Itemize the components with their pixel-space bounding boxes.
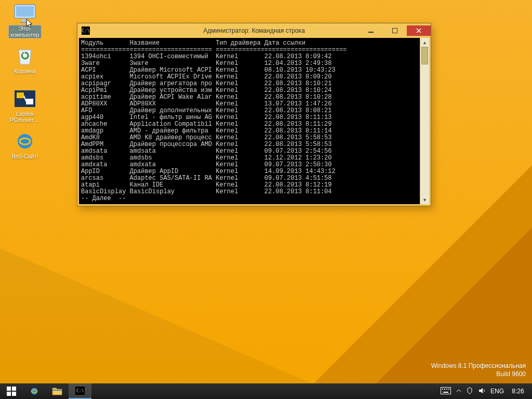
svg-rect-5 (17, 92, 24, 98)
scrollbar[interactable]: ▲ ▼ (420, 38, 429, 204)
svg-rect-10 (7, 387, 11, 391)
taskbar-cmd[interactable]: C:\ (69, 383, 91, 399)
desktop-icon-website[interactable]: Веб-Сайт! (5, 131, 45, 159)
svg-rect-9 (393, 29, 397, 33)
desktop-icon-laplink[interactable]: LaplinkPCmover ... (5, 88, 45, 123)
volume-icon[interactable] (478, 387, 485, 396)
svg-rect-13 (12, 392, 16, 396)
scrollbar-thumb[interactable] (421, 47, 428, 64)
desktop-icon-label: Этоткомпьютер (9, 25, 41, 38)
scroll-up-icon[interactable]: ▲ (420, 38, 429, 47)
ie-icon (12, 131, 37, 152)
svg-rect-23 (443, 392, 448, 393)
svg-rect-20 (444, 389, 445, 390)
taskbar-ie[interactable] (23, 383, 46, 399)
system-tray[interactable]: ENG 8:26 (435, 387, 532, 396)
close-button[interactable] (407, 25, 431, 36)
svg-rect-15 (52, 390, 62, 391)
taskbar-explorer[interactable] (46, 383, 69, 399)
terminal-output[interactable]: Модуль Название Тип драйвера Дата ссылки… (79, 38, 429, 204)
taskbar[interactable]: C:\ ENG 8:26 (0, 383, 532, 399)
minimize-button[interactable] (359, 25, 383, 36)
wallpaper-fold (0, 248, 312, 383)
windows-watermark: Windows 8.1 Профессиональная Build 9600 (431, 362, 526, 378)
touch-keyboard-icon[interactable] (441, 387, 451, 396)
cmd-app-icon: C:\ (82, 26, 90, 35)
cursor-icon (26, 19, 34, 29)
desktop-icon-this-pc[interactable]: Этоткомпьютер (5, 3, 45, 38)
tray-chevron-up-icon[interactable] (456, 388, 461, 395)
wallpaper-fold (376, 228, 532, 383)
start-button[interactable] (0, 383, 23, 399)
svg-rect-6 (26, 99, 33, 104)
scrollbar-track[interactable] (421, 47, 428, 195)
desktop-icon-label: LaplinkPCmover ... (8, 111, 42, 123)
desktop-icon-recycle-bin[interactable]: Корзина (5, 46, 45, 74)
desktop[interactable]: Этоткомпьютер Корзина LaplinkPCmover ...… (0, 0, 532, 383)
svg-rect-8 (368, 32, 374, 33)
taskbar-clock[interactable]: 8:26 (509, 388, 527, 395)
svg-rect-22 (448, 389, 449, 390)
recycle-bin-icon (12, 46, 37, 66)
svg-rect-18 (441, 387, 450, 394)
desktop-icon-label: Корзина (12, 68, 37, 74)
svg-text:C:\: C:\ (76, 389, 84, 393)
laplink-icon (12, 88, 37, 109)
window-titlebar[interactable]: C:\ Администратор: Командная строка (77, 23, 431, 38)
cmd-window[interactable]: C:\ Администратор: Командная строка Моду… (77, 23, 431, 206)
desktop-icon-label: Веб-Сайт! (10, 153, 40, 159)
action-center-icon[interactable] (467, 387, 473, 396)
maximize-button[interactable] (383, 25, 407, 36)
scroll-down-icon[interactable]: ▼ (420, 195, 429, 204)
svg-rect-1 (16, 6, 34, 17)
language-indicator[interactable]: ENG (490, 388, 504, 395)
svg-rect-12 (7, 392, 11, 396)
svg-rect-21 (446, 389, 447, 390)
svg-rect-11 (12, 387, 16, 391)
svg-rect-19 (442, 389, 443, 390)
